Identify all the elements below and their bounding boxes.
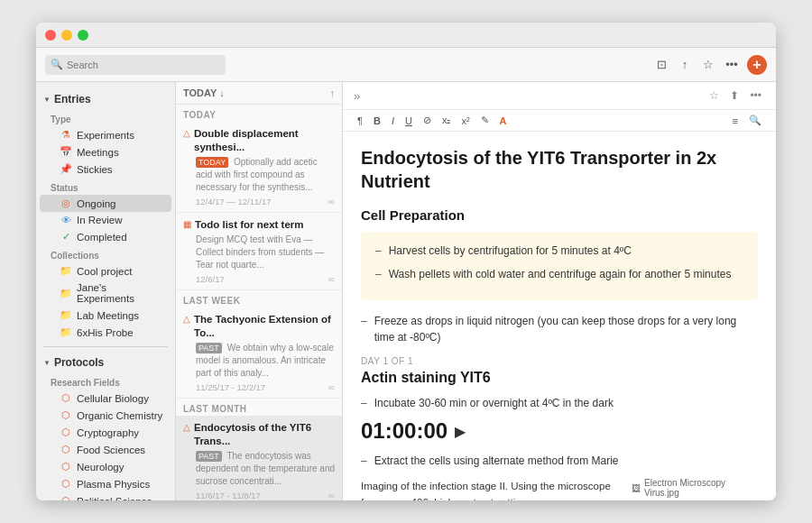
cell-preparation-heading: Cell Preparation xyxy=(361,207,758,223)
protocols-triangle-icon: ▼ xyxy=(43,359,51,367)
entry-preview-text-2: Design MCQ test with Eva — Collect binde… xyxy=(196,234,324,270)
format-bold[interactable]: B xyxy=(370,115,384,127)
format-search[interactable]: 🔍 xyxy=(745,114,765,127)
entry-item-double-displacement[interactable]: △ Double displacement synthesi... TODAY … xyxy=(176,122,342,213)
entry-list-sort-icon[interactable]: ↑ xyxy=(330,87,336,98)
star-icon[interactable]: ☆ xyxy=(706,87,723,104)
lab-meetings-label: Lab Meetings xyxy=(77,310,139,321)
entry-date: 12/4/17 — 12/11/17 xyxy=(196,197,271,206)
entry-meta-4: 11/6/17 - 11/8/17 ∞ xyxy=(183,491,335,500)
close-button[interactable] xyxy=(45,30,56,41)
sidebar-item-political-science[interactable]: ⬡ Political Science xyxy=(40,492,171,500)
sidebar-item-meetings[interactable]: 📅 Meetings xyxy=(40,143,171,161)
sidebar-item-experiments[interactable]: ⚗ Experiments xyxy=(40,126,171,143)
format-underline[interactable]: U xyxy=(401,115,416,127)
detail-toolbar: » ☆ ⬆ ••• xyxy=(343,82,776,110)
toolbar-icons: ⊡ ↑ ☆ ••• + xyxy=(653,55,767,75)
format-strikethrough[interactable]: ⊘ xyxy=(420,114,435,127)
maximize-button[interactable] xyxy=(78,30,88,41)
janes-experiments-label: Jane's Experiments xyxy=(77,282,164,304)
plasma-physics-icon: ⬡ xyxy=(60,478,72,490)
entries-section-header[interactable]: ▼ Entries xyxy=(36,89,175,109)
last-week-section-label: LAST WEEK xyxy=(176,290,342,307)
today-section-label: TODAY xyxy=(176,105,342,122)
main-content: ▼ Entries Type ⚗ Experiments 📅 Meetings … xyxy=(36,82,776,500)
janes-experiments-icon: 📁 xyxy=(60,288,72,299)
plasma-physics-label: Plasma Physics xyxy=(77,479,150,490)
share-icon[interactable]: ↑ xyxy=(677,57,693,73)
experiments-icon: ⚗ xyxy=(60,129,72,141)
sidebar-item-completed[interactable]: ✓ Completed xyxy=(40,228,171,245)
titlebar xyxy=(36,23,776,48)
sidebar-item-6xhis-probe[interactable]: 📁 6xHis Probe xyxy=(40,324,171,341)
organic-chemistry-label: Organic Chemistry xyxy=(77,410,162,421)
entry-meta: 12/4/17 — 12/11/17 ∞ xyxy=(183,197,335,206)
sidebar-item-plasma-physics[interactable]: ⬡ Plasma Physics xyxy=(40,475,171,492)
sidebar-item-neurology[interactable]: ⬡ Neurology xyxy=(40,458,171,475)
dash-extract: – xyxy=(361,453,367,469)
format-color[interactable]: A xyxy=(496,115,511,127)
sidebar-item-organic-chemistry[interactable]: ⬡ Organic Chemistry xyxy=(40,407,171,424)
entry-item-tachyonic[interactable]: △ The Tachyonic Extension of To... PAST … xyxy=(176,307,342,399)
entry-meta-2: 12/6/17 ∞ xyxy=(183,274,335,284)
neurology-label: Neurology xyxy=(77,462,124,473)
entry-title: Double displacement synthesi... xyxy=(194,127,335,154)
more-icon[interactable]: ••• xyxy=(724,57,740,73)
entry-preview-4: PAST The endocytosis was dependent on th… xyxy=(183,450,335,488)
image-label: 🖼 Electron Microscopy Virus.jpg xyxy=(632,478,758,498)
search-input[interactable] xyxy=(67,60,220,70)
bullet-text-2: Wash pellets with cold water and centrif… xyxy=(389,266,732,282)
dash-2: – xyxy=(375,266,382,282)
entry-list-sort-label[interactable]: TODAY ↓ xyxy=(183,87,225,98)
format-paragraph[interactable]: ¶ xyxy=(354,115,366,127)
format-superscript[interactable]: x² xyxy=(457,115,473,127)
format-pen[interactable]: ✎ xyxy=(477,114,493,127)
format-subscript[interactable]: x₂ xyxy=(438,114,455,127)
sidebar-item-cool-project[interactable]: 📁 Cool project xyxy=(40,262,171,280)
main-toolbar: 🔍 ⊡ ↑ ☆ ••• + xyxy=(36,48,776,82)
in-review-label: In Review xyxy=(77,215,123,225)
sidebar-item-lab-meetings[interactable]: 📁 Lab Meetings xyxy=(40,307,171,324)
timer-row: 01:00:00 ▶ xyxy=(361,418,758,444)
dash-1: – xyxy=(375,243,382,259)
sidebar-divider xyxy=(43,346,168,347)
add-entry-button[interactable]: + xyxy=(747,55,767,75)
neurology-icon: ⬡ xyxy=(60,461,72,473)
sidebar-item-cellular-biology[interactable]: ⬡ Cellular Biology xyxy=(40,390,171,407)
6xhis-probe-label: 6xHis Probe xyxy=(77,327,134,338)
entry-meta-3: 11/25/17 - 12/2/17 ∞ xyxy=(183,382,335,392)
entry-date-2: 12/6/17 xyxy=(196,274,225,284)
format-italic[interactable]: I xyxy=(388,115,398,127)
entry-preview: TODAY Optionally add acetic acid with fi… xyxy=(183,156,335,194)
bookmark-icon[interactable]: ☆ xyxy=(700,57,716,73)
sidebar-item-in-review[interactable]: 👁 In Review xyxy=(40,212,171,228)
sidebar-item-stickies[interactable]: 📌 Stickies xyxy=(40,161,171,178)
columns-icon[interactable]: ⊡ xyxy=(653,57,669,73)
search-box[interactable]: 🔍 xyxy=(45,55,226,75)
minimize-button[interactable] xyxy=(61,30,72,41)
expand-icon[interactable]: » xyxy=(354,89,360,103)
stickies-label: Stickies xyxy=(77,164,113,175)
entry-item-endocytosis[interactable]: △ Endocytosis of the YIT6 Trans... PAST … xyxy=(176,416,342,500)
entry-badge-3: ∞ xyxy=(328,382,335,392)
entry-item-todo-list[interactable]: ▦ Todo list for next term Design MCQ tes… xyxy=(176,213,342,290)
research-fields-group-label: Research Fields xyxy=(36,372,175,390)
sidebar-item-cryptography[interactable]: ⬡ Cryptography xyxy=(40,424,171,441)
timer-play-button[interactable]: ▶ xyxy=(455,423,466,440)
organic-chemistry-icon: ⬡ xyxy=(60,409,72,421)
app-window: 🔍 ⊡ ↑ ☆ ••• + ▼ Entries Type ⚗ Experimen… xyxy=(36,23,776,500)
meetings-label: Meetings xyxy=(77,147,119,158)
entry-title-2: Todo list for next term xyxy=(195,218,304,232)
format-list[interactable]: ≡ xyxy=(729,115,742,127)
food-sciences-label: Food Sciences xyxy=(77,445,145,455)
dash-freeze: – xyxy=(361,313,367,329)
more-detail-icon[interactable]: ••• xyxy=(746,87,765,104)
sidebar-item-ongoing[interactable]: ◎ Ongoing xyxy=(40,195,171,212)
protocols-section-header[interactable]: ▼ Protocols xyxy=(36,353,175,372)
share-detail-icon[interactable]: ⬆ xyxy=(726,87,743,104)
entry-badge-4: ∞ xyxy=(328,491,335,500)
entry-tachyonic-icon: △ xyxy=(183,314,190,324)
sidebar-item-janes-experiments[interactable]: 📁 Jane's Experiments xyxy=(40,280,171,307)
entry-title-row-2: ▦ Todo list for next term xyxy=(183,218,335,232)
sidebar-item-food-sciences[interactable]: ⬡ Food Sciences xyxy=(40,441,171,458)
